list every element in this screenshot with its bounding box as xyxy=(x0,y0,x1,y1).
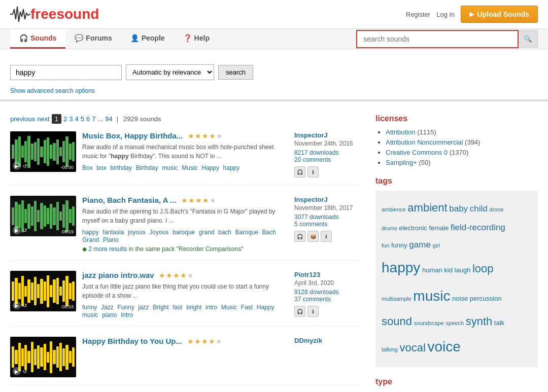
tag-vocal[interactable]: vocal xyxy=(399,341,425,354)
page-5[interactable]: 5 xyxy=(81,115,84,123)
nav-item-sounds[interactable]: 🎧 Sounds xyxy=(10,29,65,49)
main-search-input[interactable] xyxy=(10,65,122,80)
main-search-button[interactable]: search xyxy=(218,65,253,80)
page-2[interactable]: 2 xyxy=(63,115,67,123)
pagination-next[interactable]: next xyxy=(37,115,50,123)
tag3-piano[interactable]: piano xyxy=(102,311,117,318)
header-search-input[interactable] xyxy=(356,30,519,48)
tag2-bach[interactable]: bach xyxy=(218,229,231,236)
tag-loop[interactable]: loop xyxy=(472,262,494,275)
tag-percussion[interactable]: percussion xyxy=(470,295,502,302)
tag2-happy[interactable]: happy xyxy=(82,229,99,236)
sound-title-3[interactable]: jazz piano intro.wav xyxy=(82,271,154,279)
tag-birthday-cap[interactable]: Birthday xyxy=(136,164,158,171)
tag-funny[interactable]: funny xyxy=(391,241,407,249)
reload-button-3[interactable]: ↺ xyxy=(23,303,27,308)
sound-title-1[interactable]: Music Box, Happy Birthda... xyxy=(82,131,183,140)
tag-speech[interactable]: speech xyxy=(446,320,464,326)
tag3-music-cap[interactable]: Music xyxy=(221,304,237,311)
play-button-2[interactable]: ▶ xyxy=(13,226,21,234)
tag-kid[interactable]: kid xyxy=(444,266,453,274)
pagination-previous[interactable]: previous xyxy=(10,115,35,123)
tag-happy-cap[interactable]: Happy xyxy=(201,164,219,171)
tag3-bright-cap[interactable]: Bright xyxy=(153,304,168,311)
tag-sound[interactable]: sound xyxy=(382,315,412,328)
tag3-funny[interactable]: funny xyxy=(82,304,97,311)
nav-item-people[interactable]: 👤 People xyxy=(121,29,174,49)
tag-multisample[interactable]: multisample xyxy=(382,296,412,302)
pack-icon-2[interactable]: 📦 xyxy=(307,231,319,242)
tag2-baroque[interactable]: baroque xyxy=(173,229,195,236)
sound-author-2[interactable]: InspectorJ xyxy=(294,196,328,203)
tag2-grand[interactable]: grand xyxy=(199,229,215,236)
sound-comments-2[interactable]: 5 comments xyxy=(294,221,360,228)
play-button-4[interactable]: ▶ xyxy=(13,367,21,375)
tag3-funny-cap[interactable]: Funny xyxy=(117,304,134,311)
page-4[interactable]: 4 xyxy=(75,115,78,123)
sound-title-4[interactable]: Happy Birthday to You Up... xyxy=(82,337,182,345)
header-search-button[interactable]: 🔍 xyxy=(519,30,538,48)
tag-noise[interactable]: noise xyxy=(452,295,468,302)
tag-birthday-lower[interactable]: birthday xyxy=(110,164,132,171)
tag-human[interactable]: human xyxy=(422,266,442,274)
tag-music[interactable]: music xyxy=(162,164,178,171)
tag2-fantasia[interactable]: fantasia xyxy=(102,229,124,236)
reload-button-4[interactable]: ↺ xyxy=(23,369,27,374)
tag-drums[interactable]: drums xyxy=(382,225,397,231)
tag-talking[interactable]: talking xyxy=(382,346,398,352)
reload-button-2[interactable]: ↺ xyxy=(23,228,27,233)
play-button-1[interactable]: ▶ xyxy=(13,162,21,170)
tag-baby[interactable]: baby xyxy=(449,204,468,213)
tag2-grand-cap[interactable]: Grand xyxy=(82,236,99,243)
tag2-joyous-cap[interactable]: Joyous xyxy=(149,229,168,236)
license-cc0-link[interactable]: Creative Commons 0 xyxy=(386,149,448,156)
tag-electronic[interactable]: electronic xyxy=(399,224,427,232)
tag-girl[interactable]: girl xyxy=(433,242,440,248)
tag3-jazz-cap[interactable]: Jazz xyxy=(101,304,114,311)
sound-author-1[interactable]: InspectorJ xyxy=(294,131,328,139)
tag3-intro-cap[interactable]: Intro xyxy=(121,311,133,318)
tag-music[interactable]: music xyxy=(413,288,450,304)
tag-fun[interactable]: fun xyxy=(382,242,389,248)
tag-happy[interactable]: happy xyxy=(382,260,420,275)
tag-laugh[interactable]: laugh xyxy=(455,266,471,274)
tag-field-recording[interactable]: field-recording xyxy=(451,223,505,232)
tag3-fast[interactable]: fast xyxy=(173,304,182,311)
tag-ambience[interactable]: ambience xyxy=(382,206,406,212)
tag-happy-lower[interactable]: happy xyxy=(223,164,240,171)
page-3[interactable]: 3 xyxy=(69,115,73,123)
tag2-bach-cap[interactable]: Bach xyxy=(262,229,276,236)
advanced-search-link[interactable]: Show advanced search options xyxy=(10,87,538,94)
tag-box[interactable]: Box xyxy=(82,164,93,171)
tag-voice[interactable]: voice xyxy=(427,339,460,354)
license-attribution-link[interactable]: Attribution xyxy=(386,128,416,136)
nav-item-forums[interactable]: 💬 Forums xyxy=(65,29,121,49)
sound-downloads-3[interactable]: 9128 downloads xyxy=(294,289,360,296)
tag3-bright[interactable]: bright xyxy=(186,304,201,311)
tag-music-cap[interactable]: Music xyxy=(182,164,197,171)
info-icon-2[interactable]: ℹ xyxy=(321,231,332,242)
tag3-jazz[interactable]: jazz xyxy=(138,304,149,311)
login-link[interactable]: Log In xyxy=(436,11,455,18)
tag3-happy-cap[interactable]: Happy xyxy=(257,304,275,311)
tag3-music[interactable]: music xyxy=(82,311,98,318)
license-sampling-link[interactable]: Sampling+ xyxy=(386,159,417,166)
tag-box-lower[interactable]: box xyxy=(96,164,106,171)
page-94[interactable]: 94 xyxy=(105,115,112,123)
tag-child[interactable]: child xyxy=(470,204,488,213)
info-icon-3[interactable]: ℹ xyxy=(307,306,319,317)
tag-game[interactable]: game xyxy=(409,240,431,250)
headphone-icon-1[interactable]: 🎧 xyxy=(294,166,305,177)
sound-author-3[interactable]: Piotr123 xyxy=(294,271,320,278)
tag-ambient[interactable]: ambient xyxy=(407,201,447,214)
sound-author-4[interactable]: DDmyzik xyxy=(294,337,322,344)
tag-soundscape[interactable]: soundscape xyxy=(414,320,444,326)
tag2-joyous[interactable]: joyous xyxy=(128,229,146,236)
sound-downloads-2[interactable]: 3077 downloads xyxy=(294,213,360,221)
tag2-baroque-cap[interactable]: Baroque xyxy=(235,229,258,236)
page-6[interactable]: 6 xyxy=(86,115,90,123)
sort-select[interactable]: Automatic by relevance Score Duration (l… xyxy=(126,64,214,80)
play-button-3[interactable]: ▶ xyxy=(13,301,21,309)
register-link[interactable]: Register xyxy=(406,11,430,18)
tag-talk[interactable]: talk xyxy=(494,319,504,327)
